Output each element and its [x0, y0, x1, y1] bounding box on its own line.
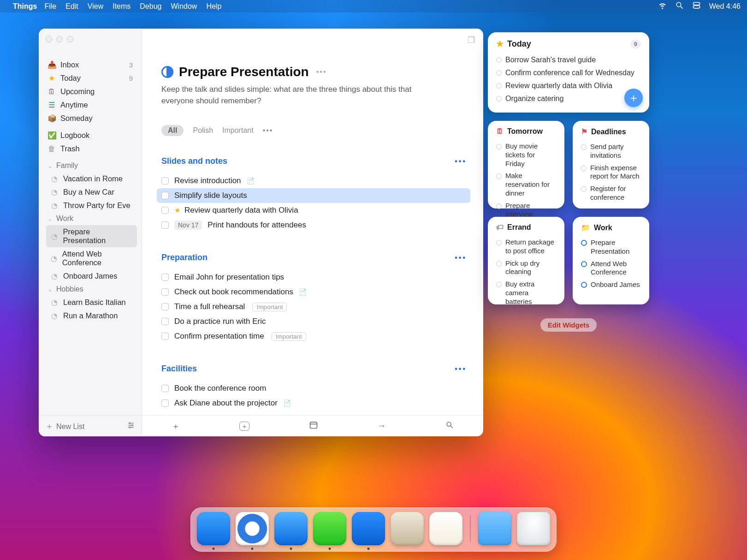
when-button[interactable] — [309, 420, 318, 432]
sidebar-project[interactable]: ◔ Onboard James — [46, 269, 137, 283]
sidebar-today[interactable]: ★ Today 9 — [43, 71, 137, 85]
sidebar-project[interactable]: ◔ Learn Basic Italian — [46, 296, 137, 309]
menubar-app-title[interactable]: Things — [13, 2, 37, 11]
project-notes[interactable]: Keep the talk and slides simple: what ar… — [142, 79, 437, 107]
menu-window[interactable]: Window — [171, 2, 197, 11]
widget-item[interactable]: Onboard James — [581, 279, 641, 291]
widget-item[interactable]: Pick up dry cleaning — [496, 257, 556, 279]
sidebar-project[interactable]: ◔ Run a Marathon — [46, 309, 137, 322]
task-row[interactable]: Confirm presentation time Important — [161, 329, 470, 344]
widget-work[interactable]: 📁Work Prepare Presentation Attend Web Co… — [573, 217, 649, 304]
multi-window-icon[interactable]: ❐ — [468, 35, 475, 45]
widget-item[interactable]: Organize catering — [496, 92, 641, 105]
widget-tomorrow[interactable]: 🗓Tomorrow Buy movie tickets for Friday M… — [488, 121, 564, 209]
dock-safari[interactable] — [236, 512, 269, 545]
widget-deadlines[interactable]: ⚑Deadlines Send party invitations Finish… — [573, 121, 649, 209]
menu-edit[interactable]: Edit — [65, 2, 78, 11]
task-row[interactable]: Simplify slide layouts — [157, 188, 470, 203]
task-row[interactable]: Ask Diane about the projector 📄 — [161, 396, 470, 411]
dock-trash[interactable] — [517, 512, 550, 545]
widget-item[interactable]: Attend Web Conference — [581, 258, 641, 279]
task-row[interactable]: ★ Review quarterly data with Olivia — [161, 203, 470, 218]
checkbox[interactable] — [161, 399, 169, 407]
area-work[interactable]: ⌄ Work — [43, 212, 137, 225]
checkbox[interactable] — [161, 177, 169, 185]
task-row[interactable]: Revise introduction 📄 — [161, 173, 470, 188]
task-tag[interactable]: Important — [252, 303, 287, 311]
sidebar-someday[interactable]: 📦 Someday — [43, 112, 137, 125]
checkbox[interactable] — [161, 288, 169, 296]
sidebar-upcoming[interactable]: 🗓 Upcoming — [43, 85, 137, 98]
sidebar-project[interactable]: ◔ Vacation in Rome — [46, 172, 137, 185]
widget-item[interactable]: Confirm conference call for Wednesday — [496, 66, 641, 79]
spotlight-icon[interactable] — [675, 1, 684, 12]
project-more-icon[interactable]: ••• — [316, 68, 327, 76]
menu-items[interactable]: Items — [113, 2, 130, 11]
dock-notes[interactable] — [429, 512, 462, 545]
menubar-clock[interactable]: Wed 4:46 — [709, 2, 741, 11]
checkbox[interactable] — [161, 333, 169, 340]
dock-ink[interactable] — [391, 512, 424, 545]
sidebar-settings-icon[interactable] — [127, 421, 135, 431]
new-list-button[interactable]: ＋New List — [45, 421, 84, 432]
checkbox[interactable] — [161, 207, 169, 214]
filter-polish[interactable]: Polish — [193, 126, 213, 135]
dock[interactable] — [190, 507, 557, 552]
menu-debug[interactable]: Debug — [140, 2, 161, 11]
widget-item[interactable]: Send party invitations — [581, 141, 641, 162]
widget-item[interactable]: Buy movie tickets for Friday — [496, 140, 556, 170]
sidebar-project[interactable]: ◔ Throw Party for Eve — [46, 199, 137, 212]
checkbox[interactable] — [161, 318, 169, 325]
widget-item[interactable]: Borrow Sarah's travel guide — [496, 54, 641, 66]
dock-finder[interactable] — [197, 512, 230, 545]
checkbox[interactable] — [161, 192, 169, 199]
filter-all[interactable]: All — [161, 125, 184, 136]
section-heading[interactable]: Facilities — [161, 364, 197, 374]
area-hobbies[interactable]: ⌄ Hobbies — [43, 283, 137, 296]
new-heading-button[interactable]: ＋ — [239, 422, 249, 431]
task-row[interactable]: Book the conference room — [161, 381, 470, 396]
filter-more-icon[interactable]: ••• — [263, 126, 273, 135]
section-more-icon[interactable]: ••• — [455, 254, 467, 262]
section-heading[interactable]: Slides and notes — [161, 156, 227, 166]
widget-item[interactable]: Review quarterly data with Olivia — [496, 79, 641, 92]
widget-item[interactable]: Make reservation for dinner — [496, 170, 556, 199]
dock-downloads[interactable] — [478, 512, 511, 545]
window-traffic-lights[interactable] — [39, 29, 142, 42]
filter-important[interactable]: Important — [222, 126, 254, 135]
checkbox[interactable] — [161, 385, 169, 392]
task-row[interactable]: Do a practice run with Eric — [161, 314, 470, 329]
menubar[interactable]: Things File Edit View Items Debug Window… — [0, 0, 747, 12]
checkbox[interactable] — [161, 274, 169, 281]
task-tag[interactable]: Important — [272, 332, 306, 341]
checkbox[interactable] — [161, 221, 169, 229]
widget-errand[interactable]: 🏷Errand Return package to post office Pi… — [488, 217, 564, 304]
menu-file[interactable]: File — [44, 2, 56, 11]
checkbox[interactable] — [161, 303, 169, 310]
widget-item[interactable]: Finish expense report for March — [581, 162, 641, 183]
search-button[interactable] — [445, 421, 454, 431]
section-more-icon[interactable]: ••• — [455, 365, 467, 373]
wifi-icon[interactable] — [658, 1, 667, 12]
dock-messages[interactable] — [313, 512, 346, 545]
new-todo-button[interactable]: ＋ — [172, 421, 180, 432]
widget-item[interactable]: Register for conference — [581, 183, 641, 204]
menu-view[interactable]: View — [88, 2, 103, 11]
task-row[interactable]: Nov 17 Print handouts for attendees — [161, 218, 470, 232]
sidebar-project[interactable]: ◔ Buy a New Car — [46, 185, 137, 199]
sidebar-project[interactable]: ◔ Attend Web Conference — [46, 247, 137, 269]
move-button[interactable]: → — [378, 421, 386, 431]
task-row[interactable]: Check out book recommendations 📄 — [161, 285, 470, 299]
area-family[interactable]: ⌄ Family — [43, 159, 137, 172]
section-heading[interactable]: Preparation — [161, 253, 208, 262]
sidebar-project[interactable]: ◔ Prepare Presentation — [46, 225, 137, 247]
task-row[interactable]: Time a full rehearsal Important — [161, 299, 470, 314]
control-center-icon[interactable] — [692, 1, 701, 12]
dock-mail[interactable] — [274, 512, 308, 545]
sidebar-logbook[interactable]: ✅ Logbook — [43, 129, 137, 142]
task-row[interactable]: Email John for presentation tips — [161, 270, 470, 285]
sidebar-anytime[interactable]: ☰ Anytime — [43, 98, 137, 112]
widget-item[interactable]: Buy extra camera batteries — [496, 278, 556, 308]
dock-things[interactable] — [352, 512, 385, 545]
edit-widgets-button[interactable]: Edit Widgets — [540, 318, 597, 332]
